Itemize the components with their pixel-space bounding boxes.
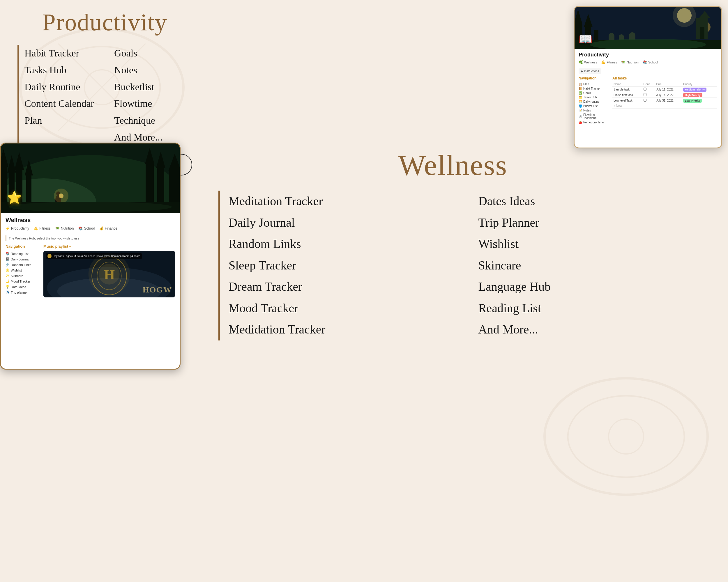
nav-tasks-hub[interactable]: 🗂️ Tasks Hub (579, 95, 608, 100)
feature-notes: Notes (114, 62, 192, 79)
school-tab-label: School (648, 60, 658, 64)
table-row: Finish first task July 14, 2022 High Pri… (613, 92, 717, 98)
task-priority-2: High Priority (682, 92, 717, 98)
reading-icon: 📚 (5, 252, 9, 255)
video-label: Hogwarts Legacy Music & Ambience | Raven… (46, 253, 142, 259)
wellness-nav-title: Navigation (5, 244, 37, 249)
wellness-nav-trip-planner[interactable]: ✈️ Trip planner (5, 289, 37, 295)
nav-flowtime[interactable]: ⏱️ Flowtime Technique (579, 113, 608, 120)
wellness-tab-nutrition[interactable]: 🥗 Nutrition (55, 226, 74, 230)
wellness-feature-trip-planner: Trip Planner (478, 212, 705, 234)
wishlist-icon: 🌟 (5, 268, 9, 272)
wellness-section: Wellness Meditation Tracker Daily Journa… (189, 143, 728, 346)
task-done-2[interactable] (642, 92, 655, 98)
tab-wellness[interactable]: 🌿 Wellness (579, 60, 597, 64)
feature-habit-tracker: Habit Tracker (24, 45, 103, 62)
productivity-col1: Habit Tracker Tasks Hub Daily Routine Co… (24, 45, 103, 146)
wellness-feature-reading-list: Reading List (478, 298, 705, 319)
bucket-icon: 🪣 (579, 105, 582, 108)
feature-goals: Goals (114, 45, 192, 62)
trip-icon: ✈️ (5, 290, 9, 294)
wellness-nav-wishlist[interactable]: 🌟 Wishlist (5, 268, 37, 273)
wellness-ui-body: Wellness ⚡ Productivity 💪 Fitness 🥗 Nutr… (1, 213, 180, 301)
feature-daily-routine: Daily Routine (24, 79, 103, 95)
nutrition-tab-icon2: 🥗 (55, 226, 60, 230)
nav-goals[interactable]: ✅ Goals (579, 91, 608, 95)
ui-header-bg: 📖 (575, 7, 721, 49)
instructions-toggle[interactable]: ▶ Instructions (579, 68, 601, 74)
wellness-feature-dream-tracker: Dream Tracker (229, 276, 455, 298)
wellness-col2: Dates Ideas Trip Planner Wishlist Skinca… (478, 191, 705, 340)
wellness-feature-daily-journal: Daily Journal (229, 212, 455, 234)
goals-icon: ✅ (579, 91, 582, 94)
task-done-3[interactable] (642, 98, 655, 103)
nav-pomodoro[interactable]: 🍅 Pomodoro Timer (579, 120, 608, 124)
hogwarts-brand-text: HOGW (143, 285, 172, 295)
plan-icon: 📋 (579, 83, 582, 86)
task-done-1[interactable] (642, 87, 655, 92)
wellness-feature-dates-ideas: Dates Ideas (478, 191, 705, 212)
wellness-feature-language-hub: Language Hub (478, 276, 705, 298)
tab-school[interactable]: 📚 School (643, 60, 658, 64)
nutrition-tab-icon: 🥗 (621, 60, 625, 64)
table-row: Sample task July 11, 2022 Medium Priorit… (613, 87, 717, 92)
school-tab-icon: 📚 (643, 60, 647, 64)
ui-nav: Navigation 📋 Plan 📔 Habit Tracker ✅ Goal… (579, 76, 608, 124)
journal-icon: 📓 (5, 257, 9, 261)
notes-icon: 📝 (579, 109, 582, 112)
habit-icon: 📔 (579, 87, 582, 90)
wellness-tab-fitness[interactable]: 💪 Fitness (34, 226, 51, 230)
tasks-icon: 🗂️ (579, 96, 582, 99)
tab-fitness[interactable]: 💪 Fitness (601, 60, 617, 64)
wellness-tab-finance[interactable]: 💰 Finance (99, 226, 118, 230)
video-thumbnail[interactable]: H Hogwarts Legacy Music & Ambience | Rav… (43, 251, 175, 297)
wellness-tab-school[interactable]: 📚 School (78, 226, 95, 230)
wellness-feature-wishlist: Wishlist (478, 233, 705, 255)
date-ideas-icon: 💡 (5, 285, 9, 289)
wellness-playlist-section: Music playlist – (43, 244, 175, 297)
nav-bucket-list[interactable]: 🪣 Bucket List (579, 104, 608, 108)
feature-bucketlist: Bucketlist (114, 79, 192, 95)
col-priority: Priority (682, 82, 717, 87)
task-name-2: Finish first task (613, 92, 642, 98)
tab-nutrition[interactable]: 🥗 Nutrition (621, 60, 639, 64)
wellness-hub-note: The Wellness Hub, select the tool you wi… (5, 235, 175, 241)
flowtime-icon: ⏱️ (579, 115, 582, 118)
wellness-feature-mood-tracker: Mood Tracker (229, 298, 455, 319)
task-due-1: July 11, 2022 (655, 87, 682, 92)
wellness-ui-screenshot: ⭐ Wellness ⚡ Productivity 💪 Fitness 🥗 Nu… (0, 143, 181, 369)
nav-notes[interactable]: 📝 Notes (579, 108, 608, 113)
finance-tab-icon: 💰 (99, 226, 104, 230)
routine-icon: 🌅 (579, 100, 582, 103)
wellness-feature-and-more: And More... (478, 319, 705, 340)
task-priority-3: Low Priority (682, 98, 717, 103)
wellness-nav-date-ideas[interactable]: 💡 Date Ideas (5, 284, 37, 289)
wellness-nav-skincare[interactable]: ✨ Skincare (5, 273, 37, 278)
feature-flowtime: Flowtime Technique (114, 95, 192, 129)
wellness-nav-reading-list[interactable]: 📚 Reading List (5, 251, 37, 256)
bottom-section: ⭐ Wellness ⚡ Productivity 💪 Fitness 🥗 Nu… (0, 143, 728, 567)
nav-plan[interactable]: 📋 Plan (579, 82, 608, 86)
tasks-title: All tasks (613, 76, 717, 80)
ui-tabs: 🌿 Wellness 💪 Fitness 🥗 Nutrition 📚 Schoo… (579, 60, 717, 66)
productivity-title: Productivity (18, 9, 192, 36)
new-row-label[interactable]: + New (613, 103, 717, 109)
tasks-table: Name Done Due Priority Sample task July … (613, 82, 717, 109)
wellness-feature-sleep-tracker: Sleep Tracker (229, 255, 455, 276)
feature-tasks-hub: Tasks Hub (24, 62, 103, 79)
wellness-tab-productivity[interactable]: ⚡ Productivity (5, 226, 29, 230)
wellness-ui-header-bg: ⭐ (1, 143, 180, 213)
nav-habit-tracker[interactable]: 📔 Habit Tracker (579, 86, 608, 91)
wellness-nav-random-links[interactable]: 🔗 Random Links (5, 262, 37, 268)
nav-daily-routine[interactable]: 🌅 Daily routine (579, 100, 608, 104)
ui-nav-content: Navigation 📋 Plan 📔 Habit Tracker ✅ Goal… (579, 76, 717, 124)
table-row-new: + New (613, 103, 717, 109)
col-done: Done (642, 82, 655, 87)
channel-avatar (48, 254, 52, 258)
wellness-nav-daily-journal[interactable]: 📓 Daily Journal (5, 256, 37, 262)
playlist-title: Music playlist – (43, 244, 175, 249)
productivity-tab-icon: ⚡ (5, 226, 10, 230)
wellness-ui-title: Wellness (5, 217, 175, 223)
wellness-nav-mood-tracker[interactable]: 🌙 Mood Tracker (5, 278, 37, 284)
wellness-title: Wellness (201, 148, 705, 182)
